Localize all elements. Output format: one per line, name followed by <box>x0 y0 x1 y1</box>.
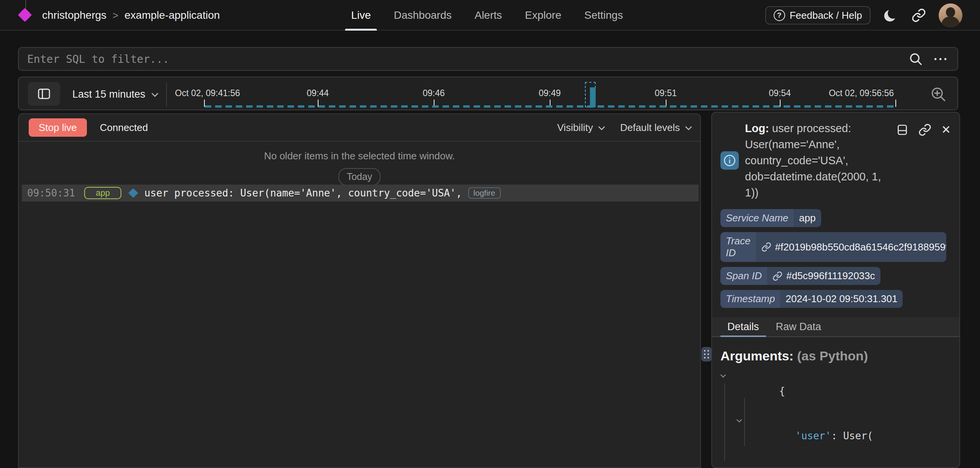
split-panel-icon[interactable] <box>896 124 908 136</box>
breadcrumb-separator: > <box>113 10 118 21</box>
sql-filter-input[interactable] <box>27 53 907 65</box>
tab-settings[interactable]: Settings <box>574 0 633 31</box>
stop-live-button[interactable]: Stop live <box>29 118 87 137</box>
breadcrumb-project[interactable]: example-application <box>124 9 220 21</box>
avatar-silhouette <box>946 7 955 17</box>
timeline-histogram-bar[interactable] <box>590 87 596 107</box>
arguments-subtitle: (as Python) <box>794 349 868 363</box>
detail-title-kind: Log: <box>745 122 769 134</box>
service-name-pill[interactable]: Service Name app <box>720 209 821 227</box>
code-token: : <box>831 430 843 442</box>
live-view-panel: Stop live Connected Visibility Default l… <box>18 113 701 468</box>
detail-title: Log: user processed: User(name='Anne', c… <box>745 120 895 201</box>
breadcrumb: christophergs > example-application <box>42 9 220 21</box>
top-nav: christophergs > example-application Live… <box>0 0 980 31</box>
collapse-chevron-icon[interactable] <box>737 417 742 422</box>
collapse-chevron-icon[interactable] <box>720 372 726 378</box>
app-window: christophergs > example-application Live… <box>0 0 980 468</box>
default-levels-dropdown[interactable]: Default levels <box>620 122 690 134</box>
share-link-icon[interactable] <box>910 7 927 24</box>
connection-status: Connected <box>100 122 148 134</box>
avatar-silhouette-body <box>941 16 960 27</box>
time-range-label: Last 15 minutes <box>72 88 145 100</box>
service-name-value: app <box>799 212 815 224</box>
feedback-help-button[interactable]: ? Feedback / Help <box>765 6 871 25</box>
code-line: name='Anne', <box>720 458 951 468</box>
timeline-tick-label: 09:51 <box>655 88 677 98</box>
log-row[interactable]: 09:50:31 app user processed: User(name='… <box>22 185 699 201</box>
arguments-heading: Arguments: (as Python) <box>720 349 951 363</box>
timestamp-value: 2024-10-02 09:50:31.301 <box>786 293 897 305</box>
logfire-tag-badge[interactable]: logfire <box>468 187 501 199</box>
span-id-pill[interactable]: Span ID #d5c996f11192033c <box>720 267 880 285</box>
live-controls-row: Stop live Connected Visibility Default l… <box>19 114 700 142</box>
time-range-dropdown[interactable]: Last 15 minutes <box>72 77 157 111</box>
arguments-title: Arguments: <box>720 349 794 363</box>
code-line: 'user': User( <box>720 414 951 458</box>
sidebar-toggle-icon[interactable] <box>28 82 60 106</box>
timestamp-pill[interactable]: Timestamp 2024-10-02 09:50:31.301 <box>720 290 903 308</box>
theme-toggle-moon-icon[interactable] <box>882 7 899 24</box>
visibility-dropdown[interactable]: Visibility <box>557 122 603 134</box>
code-token: { <box>779 385 785 397</box>
timeline-end-label: Oct 02, 09:56:56 <box>829 88 894 98</box>
attribute-pills: Service Name app Trace ID #f2019b98b550c… <box>720 209 951 308</box>
detail-header: Log: user processed: User(name='Anne', c… <box>720 120 951 201</box>
close-icon[interactable]: ✕ <box>941 124 951 136</box>
breadcrumb-org[interactable]: christophergs <box>42 9 106 21</box>
trace-id-label: Trace ID <box>720 232 756 262</box>
timeline-tick <box>895 100 896 107</box>
timestamp-label: Timestamp <box>720 290 780 308</box>
tab-alerts[interactable]: Alerts <box>465 0 512 31</box>
search-icon[interactable] <box>907 51 924 67</box>
info-level-icon <box>720 151 739 170</box>
panel-resize-handle[interactable] <box>701 347 712 362</box>
code-token: User( <box>843 430 873 442</box>
empty-state-message: No older items in the selected time wind… <box>19 150 700 162</box>
user-avatar[interactable] <box>939 3 962 27</box>
more-options-icon[interactable]: ••• <box>934 55 949 64</box>
log-timestamp: 09:50:31 <box>27 187 75 199</box>
trace-id-value: #f2019b98b550cd8a61546c2f9188959f <box>775 241 946 253</box>
logfire-logo[interactable] <box>19 0 32 31</box>
default-levels-label: Default levels <box>620 122 680 134</box>
code-token: 'user' <box>795 430 831 442</box>
timeline-tick-label: 09:54 <box>769 88 791 98</box>
service-badge[interactable]: app <box>84 187 121 199</box>
zoom-in-icon[interactable] <box>930 86 947 103</box>
nav-tabs: Live Dashboards Alerts Explore Settings <box>341 0 633 31</box>
copy-link-icon[interactable] <box>918 123 931 136</box>
log-level-diamond-icon <box>128 188 138 198</box>
code-line: { <box>720 369 951 414</box>
timeline-tick-label: 09:46 <box>423 88 445 98</box>
log-detail-panel: Log: user processed: User(name='Anne', c… <box>711 112 960 468</box>
timeline-activity-track[interactable] <box>205 105 895 108</box>
link-icon <box>773 271 782 281</box>
span-id-label: Span ID <box>720 267 767 285</box>
timeline-tick-label: 09:49 <box>539 88 561 98</box>
chevron-down-icon <box>598 123 605 130</box>
log-message: user processed: User(name='Anne', countr… <box>144 187 462 199</box>
empty-state: No older items in the selected time wind… <box>19 142 700 185</box>
timeline-start-label: Oct 02, 09:41:56 <box>175 88 240 98</box>
question-circle-icon: ? <box>774 10 785 21</box>
chevron-down-icon <box>685 123 692 130</box>
timeline-panel: Last 15 minutes Oct 02, 09:41:56 09:44 0… <box>18 77 958 110</box>
span-id-value: #d5c996f11192033c <box>786 270 875 282</box>
feedback-help-label: Feedback / Help <box>790 10 862 21</box>
chevron-down-icon <box>151 90 158 97</box>
today-button[interactable]: Today <box>338 168 381 185</box>
tab-raw-data[interactable]: Raw Data <box>769 317 828 336</box>
tab-explore[interactable]: Explore <box>515 0 571 31</box>
link-icon <box>761 242 771 252</box>
visibility-label: Visibility <box>557 122 593 134</box>
tab-details[interactable]: Details <box>720 317 766 336</box>
logo-diamond-icon <box>18 8 32 22</box>
tab-dashboards[interactable]: Dashboards <box>384 0 462 31</box>
tab-live[interactable]: Live <box>341 0 381 31</box>
timeline-divider <box>166 82 167 106</box>
service-name-label: Service Name <box>720 209 794 227</box>
sql-filter-bar: ••• <box>18 47 958 71</box>
trace-id-pill[interactable]: Trace ID #f2019b98b550cd8a61546c2f918895… <box>720 232 946 262</box>
arguments-code-block: { 'user': User( name='Anne', country_cod… <box>720 369 951 468</box>
